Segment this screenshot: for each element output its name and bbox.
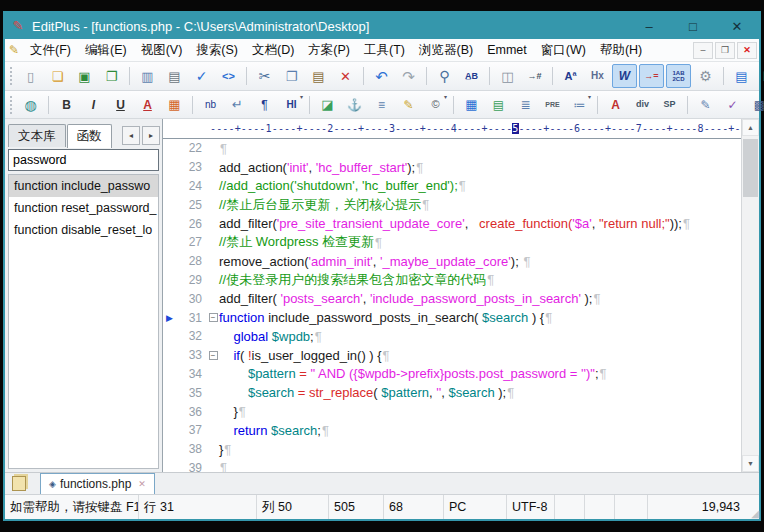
mdi-close-button[interactable]: ✕ (737, 42, 757, 59)
tab-functions-php[interactable]: ◈ functions.php ✕ (40, 473, 155, 494)
special-character-icon[interactable]: ©▾ (423, 93, 448, 117)
menu-project[interactable]: 方案(P) (301, 39, 357, 61)
script-edit-icon[interactable]: ✎ (693, 93, 718, 117)
minimize-button[interactable]: – (627, 13, 671, 39)
table-tag-icon[interactable]: ▦ (459, 93, 484, 117)
paragraph-tag-icon[interactable]: ¶ (252, 93, 277, 117)
menu-search[interactable]: 搜索(S) (189, 39, 245, 61)
font-tag-icon[interactable]: A (603, 93, 628, 117)
print-icon[interactable]: ▤ (162, 64, 187, 88)
font-color-icon[interactable]: A (135, 93, 160, 117)
replace-icon[interactable]: A̲B (459, 64, 484, 88)
code-line-24[interactable]: 24//add_action('shutdown', 'hc_buffer_en… (163, 177, 741, 196)
menu-emmet[interactable]: Emmet (480, 39, 534, 61)
underline-icon[interactable]: U (108, 93, 133, 117)
print-preview-icon[interactable]: ▥ (135, 64, 160, 88)
html-tag-icon[interactable]: <> (216, 64, 241, 88)
menu-file[interactable]: 文件(F) (23, 39, 78, 61)
window-tile-icon[interactable]: ❏ (756, 64, 764, 88)
browser-globe-icon[interactable]: ◍ (18, 93, 43, 117)
menu-view[interactable]: 视图(V) (134, 39, 190, 61)
color-palette-icon[interactable]: ▦ (162, 93, 187, 117)
code-line-22[interactable]: 22¶ (163, 139, 741, 158)
mdi-minimize-button[interactable]: – (693, 42, 713, 59)
spell-check-icon[interactable]: ✓ (189, 64, 214, 88)
find-in-files-icon[interactable]: ◫ (495, 64, 520, 88)
tab-close-icon[interactable]: ✕ (138, 479, 146, 489)
new-file-icon[interactable]: ▯ (18, 64, 43, 88)
scrollbar-thumb[interactable] (743, 139, 758, 197)
scroll-down-button[interactable]: ▼ (742, 455, 759, 472)
find-icon[interactable]: ⚲ (432, 64, 457, 88)
save-all-icon[interactable]: ❐ (99, 64, 124, 88)
toolbar-grip[interactable] (10, 67, 12, 85)
code-line-28[interactable]: 28remove_action('admin_init', '_maybe_up… (163, 252, 741, 271)
go-to-line-icon[interactable]: →# (522, 64, 547, 88)
fold-toggle[interactable]: − (207, 351, 219, 360)
code-line-32[interactable]: 32 global $wpdb;¶ (163, 327, 741, 346)
menu-document[interactable]: 文档(D) (245, 39, 301, 61)
span-tag-icon[interactable]: SP (657, 93, 682, 117)
div-block-icon[interactable]: ▤ (486, 93, 511, 117)
div-tag-icon[interactable]: div (630, 93, 655, 117)
fold-toggle[interactable]: − (207, 313, 219, 322)
pre-tag-icon[interactable]: PRE (540, 93, 565, 117)
set-font-icon[interactable]: Aª (558, 64, 583, 88)
undo-icon[interactable]: ↶ (369, 64, 394, 88)
function-list-item[interactable]: function disable_reset_lo (9, 219, 158, 241)
menu-edit[interactable]: 编辑(E) (78, 39, 134, 61)
hex-view-icon[interactable]: Hx (585, 64, 610, 88)
menu-window[interactable]: 窗口(W) (534, 39, 593, 61)
function-list-item[interactable]: function include_passwo (9, 175, 158, 197)
open-file-icon[interactable]: ❏ (45, 64, 70, 88)
resize-grip[interactable]: ◢ (745, 495, 759, 519)
tab-functions[interactable]: 函数 (67, 124, 112, 148)
nbsp-tag-icon[interactable]: nb (198, 93, 223, 117)
code-line-27[interactable]: 27//禁止 Wordpress 检查更新¶ (163, 233, 741, 252)
media-clip-icon[interactable]: ▩ (747, 93, 764, 117)
function-filter-input[interactable] (8, 149, 159, 171)
code-line-26[interactable]: 26add_filter('pre_site_transient_update_… (163, 214, 741, 233)
menu-tools[interactable]: 工具(T) (357, 39, 412, 61)
list-tag-icon[interactable]: ≔▾ (567, 93, 592, 117)
code-line-33[interactable]: 33− if( !is_user_logged_in() ) {¶ (163, 346, 741, 365)
paste-icon[interactable]: ▤ (306, 64, 331, 88)
code-line-34[interactable]: 34 $pattern = " AND ({$wpdb->prefix}post… (163, 365, 741, 384)
vertical-scrollbar[interactable]: ▲ ▼ (741, 119, 759, 472)
italic-icon[interactable]: I (81, 93, 106, 117)
code-line-23[interactable]: 23add_action('init', 'hc_buffer_start');… (163, 158, 741, 177)
document-selector-icon[interactable] (12, 476, 26, 491)
heading-tag-icon[interactable]: HI▾ (279, 93, 304, 117)
copy-icon[interactable]: ❐ (279, 64, 304, 88)
code-line-37[interactable]: 37 return $search;¶ (163, 421, 741, 440)
center-tag-icon[interactable]: ≣ (513, 93, 538, 117)
maximize-button[interactable]: □ (671, 13, 715, 39)
bold-icon[interactable]: B (54, 93, 79, 117)
menu-browser[interactable]: 浏览器(B) (412, 39, 480, 61)
code-line-31[interactable]: ▶31−function include_password_posts_in_s… (163, 308, 741, 327)
auto-indent-icon[interactable]: →= (639, 64, 664, 88)
horizontal-rule-tag-icon[interactable]: ≡ (369, 93, 394, 117)
code-line-29[interactable]: 29//使未登录用户的搜索结果包含加密文章的代码¶ (163, 271, 741, 290)
delete-icon[interactable]: ✕ (333, 64, 358, 88)
tab-scroll-left-button[interactable]: ◂ (122, 126, 140, 145)
line-break-tag-icon[interactable]: ↵ (225, 93, 250, 117)
image-tag-icon[interactable]: ◪ (315, 93, 340, 117)
save-file-icon[interactable]: ▣ (72, 64, 97, 88)
code-line-30[interactable]: 30add_filter( 'posts_search', 'include_p… (163, 289, 741, 308)
word-wrap-icon[interactable]: W (612, 64, 637, 88)
code-line-36[interactable]: 36 }¶ (163, 402, 741, 421)
toolbar-grip[interactable] (10, 96, 12, 114)
anchor-tag-icon[interactable]: ⚓ (342, 93, 367, 117)
close-button[interactable]: ✕ (715, 13, 759, 39)
code-line-38[interactable]: 38}¶ (163, 440, 741, 459)
menu-help[interactable]: 帮助(H) (593, 39, 649, 61)
stylesheet-edit-icon[interactable]: ✓ (720, 93, 745, 117)
preferences-icon[interactable]: ⚙ (693, 64, 718, 88)
scrollbar-track[interactable] (742, 136, 759, 455)
scroll-up-button[interactable]: ▲ (742, 119, 759, 136)
tab-cliptext[interactable]: 文本库 (8, 124, 66, 147)
cut-icon[interactable]: ✂ (252, 64, 277, 88)
tab-scroll-right-button[interactable]: ▸ (142, 126, 160, 145)
code-line-25[interactable]: 25//禁止后台显示更新，关闭核心提示¶ (163, 195, 741, 214)
